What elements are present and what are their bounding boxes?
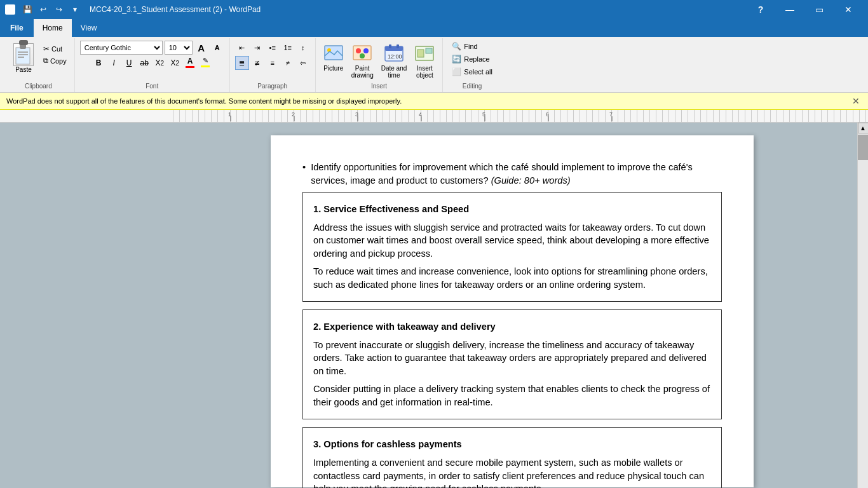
increase-indent-btn[interactable]: ⇥	[250, 41, 264, 55]
font-format-row: B I U ab X2 X2 A ✎	[92, 56, 212, 70]
superscript-button[interactable]: X2	[168, 56, 182, 70]
insert-object-icon	[414, 43, 435, 64]
svg-text:6: 6	[546, 111, 549, 118]
svg-text:12:00: 12:00	[388, 53, 402, 60]
align-center-btn[interactable]: ≢	[250, 56, 264, 70]
close-button[interactable]: ✕	[834, 0, 863, 19]
document-area[interactable]: • Identify opportunities for improvement…	[167, 123, 857, 488]
warning-bar: WordPad does not support all of the feat…	[0, 93, 868, 110]
insert-object-button[interactable]: Insert object	[412, 41, 437, 81]
editing-label: Editing	[448, 83, 496, 90]
font-label: Font	[80, 83, 224, 90]
title-bar: 💾 ↩ ↪ ▾ MCC4-20_3.1_Student Assessment (…	[0, 0, 868, 19]
insert-object-label: Insert object	[416, 65, 433, 79]
paste-svg	[14, 43, 33, 65]
redo-quick-btn[interactable]: ↪	[52, 3, 66, 17]
svg-rect-12	[385, 46, 403, 51]
paint-icon	[352, 43, 372, 64]
select-all-label: Select all	[464, 68, 492, 76]
select-all-button[interactable]: ⬜ Select all	[448, 66, 496, 78]
scroll-track[interactable]	[858, 133, 868, 488]
line-spacing-btn[interactable]: ↕	[296, 41, 310, 55]
insert-label: Insert	[321, 83, 438, 90]
document-page[interactable]: • Identify opportunities for improvement…	[271, 135, 754, 487]
copy-button[interactable]: ⧉ Copy	[41, 55, 69, 66]
highlight-color-button[interactable]: ✎	[198, 56, 212, 70]
underline-button[interactable]: U	[122, 56, 136, 70]
tab-home[interactable]: Home	[34, 19, 72, 37]
strikethrough-button[interactable]: ab	[137, 56, 151, 70]
paste-button[interactable]: Paste	[8, 41, 39, 75]
datetime-button[interactable]: 12:00 Date and time	[379, 41, 410, 81]
paint-label: Paint drawing	[351, 65, 374, 79]
minimize-button[interactable]: —	[775, 0, 804, 19]
svg-text:5: 5	[482, 111, 485, 118]
section-para-0-1: To reduce wait times and increase conven…	[313, 265, 711, 291]
svg-rect-17	[417, 50, 424, 57]
subscript-button[interactable]: X2	[153, 56, 166, 70]
highlight-icon: ✎	[203, 57, 208, 65]
cut-button[interactable]: ✂ Cut	[41, 43, 69, 55]
svg-rect-3	[18, 54, 28, 55]
decrease-indent-btn[interactable]: ⇤	[235, 41, 249, 55]
align-justify-btn[interactable]: ≠	[281, 56, 295, 70]
help-button[interactable]: ?	[746, 0, 775, 19]
left-margin	[0, 123, 167, 488]
section-title-1: 2. Experience with takeaway and delivery	[313, 320, 711, 334]
italic-button[interactable]: I	[107, 56, 121, 70]
svg-point-8	[356, 48, 361, 53]
paste-label: Paste	[15, 66, 32, 73]
find-button[interactable]: 🔍 Find	[448, 41, 496, 52]
section-para-1-0: To prevent inaccurate or sluggish delive…	[313, 339, 711, 378]
window-controls: ? — ▭ ✕	[746, 0, 863, 19]
ribbon-tabs: File Home View	[0, 19, 868, 37]
tab-file[interactable]: File	[0, 19, 34, 37]
clipboard-group: Paste ✂ Cut ⧉ Copy Clipboard	[3, 38, 75, 92]
tab-view[interactable]: View	[72, 19, 106, 37]
maximize-button[interactable]: ▭	[804, 0, 834, 19]
scrollbar[interactable]: ▲ ▼	[857, 123, 868, 488]
font-shrink-btn[interactable]: A	[210, 41, 224, 55]
replace-button[interactable]: 🔄 Replace	[448, 53, 496, 65]
section-box-1: 2. Experience with takeaway and delivery…	[302, 309, 722, 419]
rtl-btn[interactable]: ⇦	[296, 56, 310, 70]
picture-icon	[323, 43, 344, 64]
bullet-content: Identify opportunities for improvement w…	[311, 161, 722, 187]
numbered-list-btn[interactable]: 1≡	[281, 41, 295, 55]
align-right-btn[interactable]: ≡	[266, 56, 280, 70]
copy-label: Copy	[50, 57, 67, 65]
scroll-thumb[interactable]	[858, 135, 868, 160]
paint-drawing-button[interactable]: Paint drawing	[349, 41, 376, 81]
app-icon	[5, 4, 15, 15]
align-left-btn[interactable]: ≣	[235, 56, 249, 70]
quick-access-toolbar: 💾 ↩ ↪ ▾	[20, 3, 82, 17]
sections-container: 1. Service Effectiveness and SpeedAddres…	[302, 192, 722, 488]
font-color-icon: A	[187, 57, 193, 65]
cut-icon: ✂	[43, 44, 50, 53]
font-size-select[interactable]: 10 8 12 14	[165, 41, 193, 55]
svg-rect-0	[16, 48, 30, 64]
svg-text:4: 4	[419, 111, 422, 118]
bullet-list-btn[interactable]: •≡	[266, 41, 280, 55]
clipboard-label: Clipboard	[8, 83, 69, 90]
font-family-select[interactable]: Century Gothic Arial Times New Roman	[80, 41, 163, 55]
customize-quick-btn[interactable]: ▾	[68, 3, 82, 17]
undo-quick-btn[interactable]: ↩	[36, 3, 50, 17]
section-box-2: 3. Options for cashless paymentsImplemen…	[302, 427, 722, 488]
scroll-up-btn[interactable]: ▲	[858, 123, 869, 133]
warning-text: WordPad does not support all of the feat…	[6, 97, 402, 105]
cut-label: Cut	[51, 45, 62, 53]
warning-close-button[interactable]: ✕	[850, 95, 862, 107]
font-grow-btn[interactable]: A	[194, 41, 208, 55]
paragraph-group: ⇤ ⇥ •≡ 1≡ ↕ ≣ ≢ ≡ ≠ ⇦ Paragraph	[230, 38, 316, 92]
font-color-button[interactable]: A	[183, 56, 197, 70]
para-row-1: ⇤ ⇥ •≡ 1≡ ↕	[235, 41, 310, 55]
svg-rect-2	[18, 51, 28, 53]
replace-icon: 🔄	[452, 55, 461, 64]
bold-button[interactable]: B	[92, 56, 105, 70]
picture-button[interactable]: Picture	[321, 41, 346, 74]
svg-rect-13	[389, 44, 391, 48]
find-label: Find	[464, 43, 477, 50]
save-quick-btn[interactable]: 💾	[20, 3, 34, 17]
section-title-0: 1. Service Effectiveness and Speed	[313, 203, 711, 216]
